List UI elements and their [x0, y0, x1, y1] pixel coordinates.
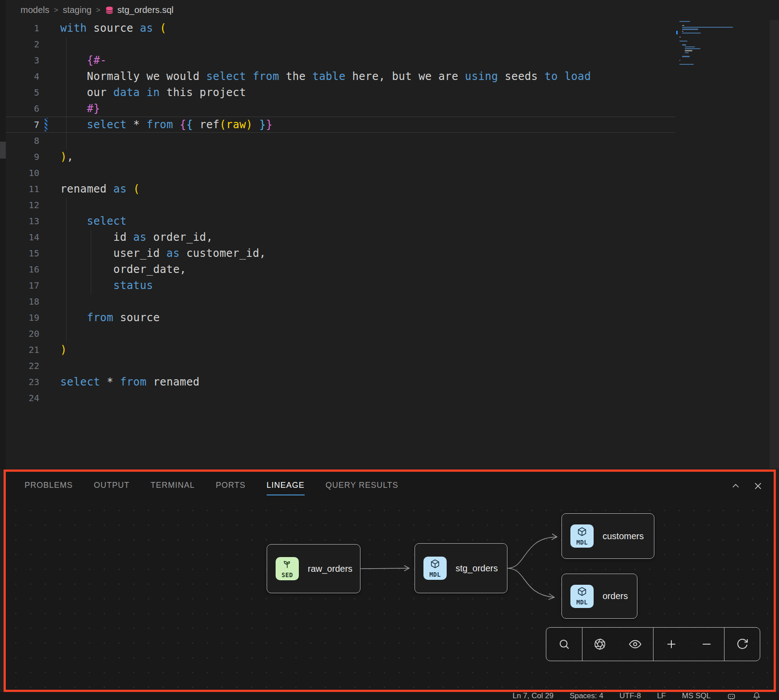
eye-icon[interactable]	[625, 634, 645, 654]
breadcrumb-item[interactable]: staging	[63, 5, 92, 15]
status-bar: Ln 7, Col 29Spaces: 4UTF-8LFMS SQL	[0, 692, 779, 700]
sprout-icon	[282, 559, 292, 571]
lineage-node-stg_orders[interactable]: MDLstg_orders	[415, 543, 507, 593]
code-line[interactable]: 23select * from renamed	[6, 374, 675, 390]
editor-scrollbar[interactable]	[770, 20, 779, 469]
modified-line-marker	[45, 118, 47, 131]
line-number: 9	[6, 151, 39, 162]
code-line[interactable]: 8	[6, 133, 675, 149]
minimap-line	[685, 52, 689, 53]
code-line[interactable]: 2	[6, 36, 675, 52]
minimap-line	[682, 33, 701, 34]
toolbar-group	[724, 628, 760, 661]
line-number: 5	[6, 87, 39, 98]
breadcrumb: models>staging>stg_orders.sql	[6, 0, 173, 20]
aperture-icon[interactable]	[590, 634, 610, 654]
line-number: 2	[6, 39, 39, 50]
breadcrumb-separator: >	[96, 6, 101, 15]
lineage-node-raw_orders[interactable]: SEDraw_orders	[267, 544, 360, 593]
search-icon[interactable]	[554, 634, 574, 654]
code-line[interactable]: 18	[6, 293, 675, 310]
minimap-line	[679, 60, 680, 61]
activity-strip	[0, 0, 6, 469]
minimap-line	[685, 50, 692, 51]
line-number: 4	[6, 71, 39, 82]
line-number: 22	[6, 360, 39, 371]
code-line[interactable]: 22	[6, 358, 675, 374]
code-line[interactable]: 17 status	[6, 277, 675, 293]
panel-tab-lineage[interactable]: LINEAGE	[267, 477, 305, 495]
panel-tab-output[interactable]: OUTPUT	[94, 477, 130, 495]
code-line[interactable]: 11renamed as (	[6, 181, 675, 197]
activity-strip-thumb[interactable]	[0, 142, 6, 159]
code-line[interactable]: 13 select	[6, 213, 675, 229]
badge-label: SED	[281, 571, 293, 578]
status-utf-8[interactable]: UTF-8	[620, 692, 641, 700]
refresh-icon[interactable]	[733, 634, 752, 654]
code-line[interactable]: 7 select * from {{ ref(raw) }}	[6, 117, 675, 133]
code-line[interactable]: 21)	[6, 342, 675, 358]
edge-stg_orders-customers	[507, 537, 556, 568]
code-line[interactable]: 14 id as order_id,	[6, 229, 675, 245]
line-number: 12	[6, 200, 39, 210]
status-lf[interactable]: LF	[657, 692, 666, 700]
panel-tab-problems[interactable]: PROBLEMS	[25, 477, 73, 495]
chevron-up-icon[interactable]	[731, 481, 741, 491]
code-line[interactable]: 12	[6, 197, 675, 213]
minimap-line	[679, 21, 690, 22]
panel-tab-terminal[interactable]: TERMINAL	[151, 477, 195, 495]
code-line[interactable]: 5 our data in this project	[6, 84, 675, 101]
status-spaces-4[interactable]: Spaces: 4	[570, 692, 603, 700]
code-line[interactable]: 9),	[6, 149, 675, 165]
line-number: 20	[6, 328, 39, 339]
panel-tab-ports[interactable]: PORTS	[216, 477, 246, 495]
minimap-line	[682, 56, 690, 57]
node-label: customers	[603, 531, 644, 541]
line-number: 8	[6, 135, 39, 146]
line-number: 11	[6, 184, 39, 194]
edge-stg_orders-orders	[507, 568, 553, 597]
bell-icon[interactable]	[752, 692, 761, 700]
lineage-canvas[interactable]: SEDraw_ordersMDLstg_ordersMDLcustomersMD…	[6, 500, 774, 690]
minimap-modified-marker	[676, 31, 678, 34]
code-line[interactable]: 1with source as (	[6, 20, 675, 36]
code-line[interactable]: 6 #}	[6, 101, 675, 117]
zoom-out-icon[interactable]	[697, 634, 716, 654]
code-line[interactable]: 24	[6, 390, 675, 406]
code-line[interactable]: 15 user_id as customer_id,	[6, 245, 675, 261]
minimap-line	[679, 64, 694, 65]
minimap-line	[682, 27, 733, 28]
breadcrumb-file[interactable]: stg_orders.sql	[105, 5, 174, 15]
lineage-node-customers[interactable]: MDLcustomers	[561, 513, 654, 559]
code-line[interactable]: 4 Normally we would select from the tabl…	[6, 68, 675, 84]
status-ln-7-col-29[interactable]: Ln 7, Col 29	[512, 692, 553, 700]
line-number: 14	[6, 232, 39, 243]
cube-icon	[430, 559, 440, 570]
status-ms-sql[interactable]: MS SQL	[682, 692, 711, 700]
lineage-node-orders[interactable]: MDLorders	[561, 574, 637, 619]
toolbar-group	[582, 628, 653, 661]
breadcrumb-item[interactable]: models	[21, 5, 49, 15]
vscode-window: models>staging>stg_orders.sql 1with sour…	[0, 0, 779, 700]
line-number: 23	[6, 377, 39, 387]
code-line[interactable]: 16 order_date,	[6, 261, 675, 277]
panel-tab-query-results[interactable]: QUERY RESULTS	[326, 477, 398, 495]
edge-raw_orders-stg_orders	[360, 568, 409, 569]
feedback-robot-icon[interactable]	[727, 692, 736, 700]
minimap-line	[685, 46, 695, 47]
toolbar-group	[653, 628, 724, 661]
code-line[interactable]: 3 {#-	[6, 52, 675, 68]
database-icon	[105, 6, 114, 15]
minimap[interactable]	[678, 20, 767, 83]
bottom-panel: PROBLEMSOUTPUTTERMINALPORTSLINEAGEQUERY …	[4, 469, 776, 692]
close-icon[interactable]	[753, 481, 763, 491]
code-line[interactable]: 19 from source	[6, 310, 675, 326]
zoom-in-icon[interactable]	[662, 634, 681, 654]
panel-tabbar: PROBLEMSOUTPUTTERMINALPORTSLINEAGEQUERY …	[6, 472, 774, 500]
code-line[interactable]: 20	[6, 326, 675, 342]
line-number: 21	[6, 344, 39, 355]
code-editor[interactable]: 1with source as (23 {#-4 Normally we wou…	[6, 20, 779, 469]
cube-icon	[577, 587, 587, 598]
cube-icon	[577, 527, 587, 538]
code-line[interactable]: 10	[6, 165, 675, 181]
